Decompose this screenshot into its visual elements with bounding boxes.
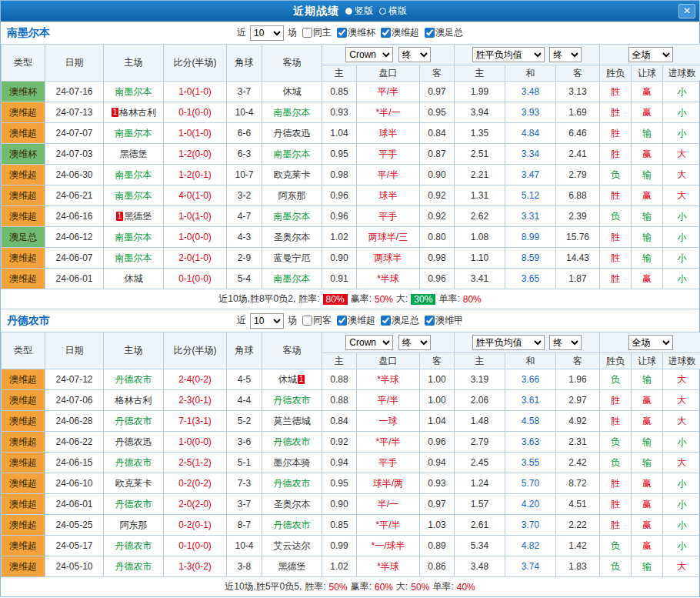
score-cell: 1-3(0-2): [164, 556, 227, 577]
bookmaker-select[interactable]: Crown: [345, 335, 393, 350]
away-odds-cell: 0.80: [420, 227, 455, 248]
league-option[interactable]: 澳维超: [333, 314, 375, 327]
odds-stage-select[interactable]: 终: [398, 47, 431, 62]
handicap-result-cell: 输: [632, 165, 663, 185]
radio-horizontal[interactable]: 横版: [379, 5, 407, 18]
league-label: 澳足总: [435, 26, 463, 39]
team-cell: 南墨尔本: [262, 144, 322, 165]
away-odds-cell: 0.96: [420, 269, 455, 289]
score-cell: 2-5(1-2): [164, 453, 227, 473]
handicap-cell: 平手: [357, 144, 420, 165]
team-cell: 墨尔本骑: [262, 453, 322, 473]
avg-home-cell: 5.34: [455, 536, 505, 556]
result-cell: 负: [600, 165, 632, 185]
handicap-result-cell: 输: [632, 248, 663, 269]
league-checkbox[interactable]: [381, 316, 391, 326]
same-venue-checkbox[interactable]: [302, 28, 312, 38]
team-label: 丹德农市: [115, 540, 152, 551]
team-name: 丹德农市: [7, 314, 50, 328]
league-checkbox[interactable]: [337, 28, 347, 38]
league-option[interactable]: 澳维甲: [421, 314, 463, 327]
handicap-result-cell: 赢: [632, 102, 663, 123]
team-cell: 黑德堡: [104, 144, 164, 165]
home-odds-cell: 1.04: [322, 123, 357, 144]
handicap-result-cell: 赢: [632, 82, 663, 102]
col-header-result: 胜负: [600, 65, 632, 82]
date-cell: 24-06-21: [45, 185, 104, 206]
corners-cell: 6-6: [227, 123, 262, 144]
handicap-cell: *一/球半: [357, 536, 420, 556]
odd-rate-value: 40%: [457, 582, 475, 593]
handicap-cell: *半球: [357, 269, 420, 289]
odd-rate-label: 单率:: [438, 292, 459, 306]
home-odds-cell: 0.96: [322, 206, 357, 227]
avg-away-cell: 6.88: [556, 185, 600, 206]
avg-away-cell: 2.31: [556, 432, 600, 453]
match-count-select[interactable]: 10: [250, 25, 284, 41]
team-label: 格林古利: [115, 395, 152, 406]
handicap-cell: 平手: [357, 206, 420, 227]
league-checkbox[interactable]: [381, 28, 391, 38]
result-cell: 胜: [600, 82, 632, 102]
avg-metric-select[interactable]: 胜平负均值: [472, 335, 545, 350]
league-option[interactable]: 澳维杯: [333, 26, 375, 39]
away-odds-cell: 1.00: [420, 390, 455, 411]
league-type-cell: 澳维超: [2, 269, 45, 289]
same-venue-option[interactable]: 同主: [298, 26, 332, 39]
result-cell: 负: [600, 556, 632, 577]
league-type-cell: 澳维超: [2, 185, 45, 206]
match-row: 澳维超24-05-10丹德农市1-3(0-2)3-8黑德堡1.02*半球0.86…: [2, 556, 700, 577]
close-button[interactable]: ✕: [678, 4, 695, 18]
handicap-cell: 一球: [357, 411, 420, 432]
away-odds-cell: 0.97: [420, 494, 455, 515]
result-cell: 负: [600, 453, 632, 473]
col-header-home: 主场: [104, 332, 164, 369]
avg-stage-select[interactable]: 终: [549, 47, 582, 62]
date-cell: 24-07-12: [45, 369, 104, 390]
team-cell: 蓝曼宁厄: [262, 248, 322, 269]
team-cell: 丹德农市: [104, 411, 164, 432]
avg-stage-select[interactable]: 终: [549, 335, 582, 350]
avg-away-cell: 2.79: [556, 165, 600, 185]
same-venue-checkbox[interactable]: [302, 316, 312, 326]
team-label: 休城: [278, 374, 297, 385]
bookmaker-select[interactable]: Crown: [345, 47, 393, 62]
col-header-corners: 角球: [227, 332, 262, 369]
match-row: 澳维超24-07-07南墨尔本1-0(1-0)6-6丹德农迅1.04球半0.84…: [2, 123, 700, 144]
col-header-result: 胜负: [600, 353, 632, 369]
avg-home-cell: 2.62: [455, 206, 505, 227]
corners-cell: 5-2: [227, 411, 262, 432]
result-cell: 负: [600, 432, 632, 453]
col-header-type: 类型: [2, 332, 45, 369]
team-cell: 南墨尔本: [262, 206, 322, 227]
scope-select[interactable]: 全场: [628, 47, 673, 62]
avg-home-cell: 2.61: [455, 515, 505, 536]
team-cell: 丹德农迅: [104, 432, 164, 453]
red-card-badge: 1: [112, 108, 119, 117]
match-count-select[interactable]: 10: [250, 313, 284, 329]
team-label: 丹德农市: [274, 395, 311, 406]
league-checkbox[interactable]: [425, 316, 435, 326]
league-option[interactable]: 澳足总: [421, 26, 463, 39]
league-option[interactable]: 澳维超: [377, 26, 419, 39]
avg-home-cell: 1.08: [455, 227, 505, 248]
league-option[interactable]: 澳足总: [377, 314, 419, 327]
scope-select[interactable]: 全场: [628, 335, 673, 350]
radio-vertical[interactable]: 竖版: [345, 5, 373, 18]
league-checkbox[interactable]: [337, 316, 347, 326]
avg-metric-select[interactable]: 胜平负均值: [472, 47, 545, 62]
avg-away-cell: 1.83: [556, 556, 600, 577]
avg-home-cell: 1.48: [455, 411, 505, 432]
col-header-score: 比分(半场): [164, 332, 227, 369]
odds-stage-select[interactable]: 终: [398, 335, 431, 350]
same-venue-option[interactable]: 同客: [298, 314, 332, 327]
summary-text: 近10场,胜8平0负2,: [218, 292, 295, 306]
league-type-cell: 澳维超: [2, 390, 45, 411]
handicap-cell: 两球半: [357, 248, 420, 269]
date-cell: 24-06-15: [45, 453, 104, 473]
team-cell: 南墨尔本: [104, 227, 164, 248]
match-row: 澳维超24-06-01休城0-1(0-0)5-4南墨尔本0.91*半球0.963…: [2, 269, 700, 289]
corners-cell: 3-7: [227, 494, 262, 515]
league-type-cell: 澳维超: [2, 206, 45, 227]
league-checkbox[interactable]: [425, 28, 435, 38]
